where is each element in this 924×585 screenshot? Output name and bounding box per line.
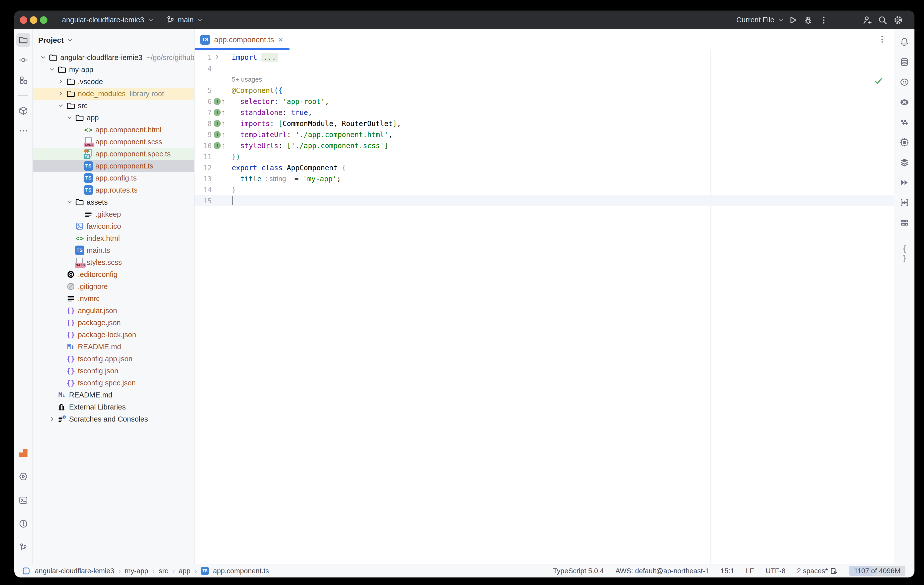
code-line-14[interactable]: 14}	[195, 184, 894, 195]
more-button[interactable]	[16, 124, 30, 138]
commit-button[interactable]	[16, 53, 30, 67]
env-variables-button[interactable]	[898, 196, 911, 210]
tree-item-package-lock-json[interactable]: {}package-lock.json	[33, 329, 194, 341]
tree-item-gitkeep[interactable]: .gitkeep	[33, 208, 194, 220]
breadcrumb-item-my-app[interactable]: my-app	[125, 567, 148, 575]
code-line-9[interactable]: 9I↑ templateUrl: './app.component.html',	[195, 129, 894, 140]
minimize-window-button[interactable]	[30, 16, 37, 24]
device-chip-button[interactable]	[898, 135, 911, 149]
json-helper-button[interactable]: { }	[898, 246, 911, 260]
tree-item-tsconfig-app-json[interactable]: {}tsconfig.app.json	[33, 353, 194, 365]
tree-item-app-routes-ts[interactable]: TSapp.routes.ts	[33, 184, 194, 196]
angular-inspection-icon[interactable]: I	[214, 120, 221, 127]
tree-item-app-component-ts[interactable]: TSapp.component.ts	[33, 160, 194, 172]
code-line-inlay[interactable]: 5+ usages	[195, 74, 894, 85]
close-tab-button[interactable]: ×	[278, 35, 283, 44]
angular-inspection-icon[interactable]: I	[214, 131, 221, 138]
code-line-6[interactable]: 6I↑ selector: 'app-root',	[195, 96, 894, 107]
breadcrumb-item-angular-cloudflare-iemie3[interactable]: angular-cloudflare-iemie3	[35, 567, 114, 575]
line-number[interactable]: 4	[195, 64, 212, 72]
line-number[interactable]: 11	[195, 153, 212, 161]
code-editor[interactable]: 1import ...45+ usages5@Component({6I↑ se…	[195, 50, 894, 564]
diamonds-button[interactable]	[898, 115, 911, 129]
status-utf-8[interactable]: UTF-8	[766, 567, 785, 575]
line-number[interactable]: 15	[195, 197, 212, 205]
usages-inlay-hint[interactable]: 5+ usages	[232, 76, 262, 83]
tree-item-tsconfig-spec-json[interactable]: {}tsconfig.spec.json	[33, 377, 194, 389]
chevron-down-icon[interactable]	[65, 198, 74, 206]
vcs-widget[interactable]: main	[166, 15, 204, 25]
line-number[interactable]: 10	[195, 142, 212, 150]
code-line-4[interactable]: 4	[195, 63, 894, 74]
inspection-clean-icon[interactable]	[873, 76, 883, 87]
search-everywhere-button[interactable]	[875, 12, 890, 28]
code-line-7[interactable]: 7I↑ standalone: true,	[195, 107, 894, 118]
tab-options-button[interactable]	[877, 35, 887, 45]
run-configuration-selector[interactable]: Current File	[736, 16, 785, 24]
code-line-10[interactable]: 10I↑ styleUrls: ['./app.component.scss']	[195, 140, 894, 151]
tree-item-tsconfig-json[interactable]: {}tsconfig.json	[33, 365, 194, 377]
fold-collapsed-icon[interactable]	[214, 53, 221, 61]
chevron-down-icon[interactable]	[56, 102, 65, 109]
breadcrumb-item-src[interactable]: src	[159, 567, 168, 575]
line-number[interactable]: 13	[195, 175, 212, 183]
line-number[interactable]: 14	[195, 186, 212, 194]
tree-item-node-modules[interactable]: node_moduleslibrary root	[33, 87, 194, 100]
code-line-15[interactable]: 15	[195, 195, 894, 206]
memory-indicator[interactable]: 1107 of 4096M	[849, 566, 906, 576]
line-number[interactable]: 7	[195, 109, 212, 117]
tree-item-scratches-and-consoles[interactable]: Scratches and Consoles	[33, 413, 194, 425]
status-aws-default-ap-northeast-1[interactable]: AWS: default@ap-northeast-1	[615, 567, 709, 575]
tree-item-main-ts[interactable]: TSmain.ts	[33, 244, 194, 256]
line-number[interactable]: 5	[195, 87, 212, 94]
angular-inspection-icon[interactable]: I	[214, 109, 221, 116]
structure-button[interactable]	[16, 73, 30, 87]
tree-item-readme-md[interactable]: M↓README.md	[33, 341, 194, 353]
more-actions-button[interactable]	[816, 12, 832, 28]
angular-inspection-icon[interactable]: I	[214, 142, 221, 149]
tree-item-nvmrc[interactable]: .nvmrc	[33, 292, 194, 305]
project-view-selector[interactable]: Project	[33, 30, 194, 44]
close-window-button[interactable]	[20, 16, 27, 24]
chevron-down-icon[interactable]	[39, 54, 48, 61]
tree-item-favicon-ico[interactable]: favicon.ico	[33, 220, 194, 232]
aws-toolkit-button[interactable]	[16, 446, 30, 460]
project-widget[interactable]: angular-cloudflare-iemie3	[62, 16, 155, 24]
settings-button[interactable]	[890, 12, 906, 28]
tree-item-assets[interactable]: assets	[33, 196, 194, 208]
problems-button[interactable]	[16, 517, 30, 531]
tree-item-vscode[interactable]: .vscode	[33, 76, 194, 87]
code-line-8[interactable]: 8I↑ imports: [CommonModule, RouterOutlet…	[195, 118, 894, 129]
line-number[interactable]: 12	[195, 164, 212, 172]
line-number[interactable]: 9	[195, 131, 212, 138]
code-line-11[interactable]: 11})	[195, 151, 894, 162]
endpoints-button[interactable]	[898, 216, 911, 230]
chevron-right-icon[interactable]	[48, 415, 56, 423]
status-15-1[interactable]: 15:1	[721, 567, 734, 575]
code-line-13[interactable]: 13 title : string = 'my-app';	[195, 173, 894, 184]
status-lf[interactable]: LF	[746, 567, 754, 575]
chevron-right-icon[interactable]	[56, 90, 65, 97]
tab-app-component-ts[interactable]: TS app.component.ts ×	[195, 30, 289, 50]
line-number[interactable]: 6	[195, 98, 212, 105]
tree-item-package-json[interactable]: {}package.json	[33, 316, 194, 329]
code-line-1[interactable]: 1import ...	[195, 52, 894, 63]
tree-item-app[interactable]: app	[33, 112, 194, 124]
tree-item-my-app[interactable]: my-app	[33, 64, 194, 76]
tree-item-angular-cloudflare-iemie3[interactable]: angular-cloudflare-iemie3~/go/src/github…	[33, 51, 194, 64]
zoom-window-button[interactable]	[40, 16, 48, 24]
tree-item-external-libraries[interactable]: External Libraries	[33, 401, 194, 413]
chevron-down-icon[interactable]	[65, 114, 74, 122]
code-with-me-button[interactable]	[859, 12, 875, 28]
tree-item-readme-md[interactable]: M↓README.md	[33, 389, 194, 401]
round-button-button[interactable]	[898, 75, 911, 89]
angular-inspection-icon[interactable]: I	[214, 98, 221, 105]
run-anything-button[interactable]	[898, 176, 911, 190]
bell-button[interactable]	[898, 35, 911, 49]
tree-item-src[interactable]: src	[33, 100, 194, 112]
tree-item-angular-json[interactable]: {}angular.json	[33, 305, 194, 316]
tree-item-app-component-scss[interactable]: SASSapp.component.scss	[33, 136, 194, 148]
tree-item-index-html[interactable]: <>index.html	[33, 232, 194, 244]
database-button[interactable]	[898, 55, 911, 69]
tree-item-gitignore[interactable]: .gitignore	[33, 280, 194, 292]
